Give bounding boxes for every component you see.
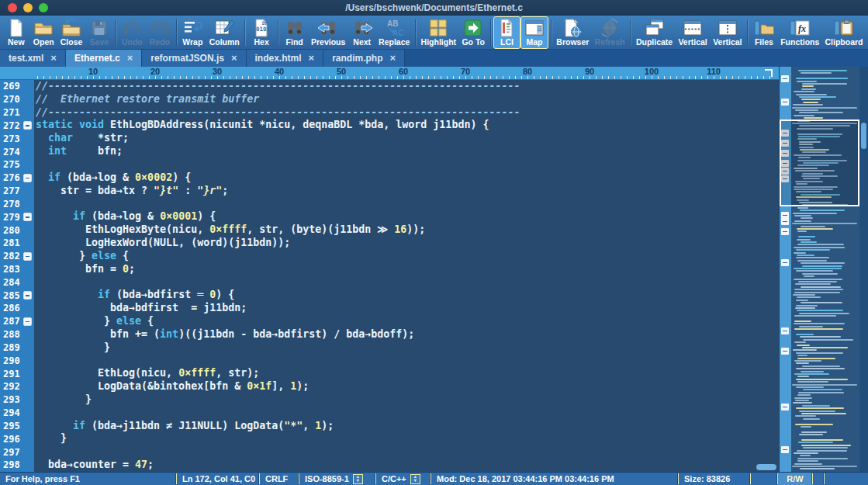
ruler-tick [484, 76, 485, 79]
fold-marker-icon[interactable] [23, 291, 32, 300]
undo-arrow-icon [121, 18, 143, 38]
minimap-line [802, 265, 842, 267]
toolbar-button-label: Wrap [182, 38, 202, 47]
toolbar-button-wrap[interactable]: Wrap [179, 16, 207, 49]
minimap-line [794, 91, 814, 92]
tab-close-icon[interactable]: × [231, 54, 237, 62]
toolbar-button-go-to[interactable]: Go To [459, 16, 488, 49]
code-line: 281 LogHexWord(NULL, (word)(j11bdn)); [0, 237, 779, 250]
toolbar-button-vertical[interactable]: Vertical [676, 16, 711, 49]
toolbar-button-files[interactable]: Files [750, 16, 778, 49]
vertical-scrollbar-thumb[interactable] [861, 123, 866, 149]
fold-marker-icon[interactable] [23, 252, 32, 261]
tab-ethernet.c[interactable]: Ethernet.c× [66, 50, 142, 67]
toolbar-button-label: Duplicate [636, 38, 673, 47]
fold-marker-icon[interactable] [23, 174, 32, 182]
code-editor[interactable]: 269//-----------------------------------… [0, 80, 779, 472]
tab-close-icon[interactable]: × [389, 54, 396, 62]
toolbar-button-label: New [8, 38, 25, 47]
minimap-line [803, 389, 842, 390]
toolbar-separator [551, 19, 552, 46]
minimap-line [801, 413, 847, 414]
tab-reformatjson.js[interactable]: reformatJSON.js× [142, 50, 246, 67]
ruler-tick [124, 76, 125, 79]
toolbar-button-find[interactable]: Find [281, 16, 309, 49]
toolbar-button-previous[interactable]: Previous [308, 16, 348, 49]
minimap-line [798, 70, 846, 71]
minimap-line [793, 104, 823, 106]
ruler-tick [652, 76, 652, 79]
ruler-tick [254, 76, 255, 79]
minimap[interactable] [780, 67, 868, 472]
ruler-tick [583, 76, 584, 79]
toolbar-button-label: Clipboard [825, 38, 863, 47]
toolbar-button-label: Refresh [595, 38, 625, 47]
tab-close-icon[interactable]: × [309, 54, 315, 62]
split-horizontal-icon [682, 18, 704, 38]
toolbar-button-new[interactable]: New [2, 16, 30, 49]
ruler-tick [81, 76, 81, 79]
toolbar-button-label: Redo [150, 38, 170, 47]
tab-label: Ethernet.c [74, 53, 120, 64]
main-area: 102030405060708090100110 269//----------… [0, 67, 868, 472]
code-line: 270// Ethernet restore transmit buffer [0, 93, 779, 106]
minimap-line [804, 117, 823, 119]
minimap-line [793, 294, 815, 296]
fold-marker-icon[interactable] [23, 121, 32, 130]
fold-marker-icon[interactable] [23, 213, 32, 221]
tab-close-icon[interactable]: × [127, 54, 133, 62]
tab-randim.php[interactable]: randim.php× [323, 50, 405, 67]
toolbar-button-map[interactable]: Map [520, 16, 548, 49]
close-window-icon[interactable] [8, 3, 17, 12]
ruler-tick [521, 76, 522, 79]
status-text: CRLF [265, 474, 288, 483]
toolbar-button-open[interactable]: Open [30, 16, 58, 49]
toolbar-button-clipboard[interactable]: Clipboard [822, 16, 866, 49]
ruler-tick [217, 76, 218, 79]
toolbar-button-functions[interactable]: fxFunctions [778, 16, 822, 49]
ruler-tick [323, 76, 323, 79]
stepper-control[interactable]: ▴▾ [353, 474, 363, 484]
toolbar-button-lci[interactable]: LCI [493, 16, 521, 49]
ruler-tick [608, 76, 609, 79]
minimap-line [799, 96, 836, 98]
toolbar-button-replace[interactable]: ABACReplace [375, 16, 413, 49]
minimap-line [796, 94, 828, 95]
ruler-tick [707, 76, 708, 79]
minimap-line [796, 379, 848, 380]
horizontal-scrollbar-thumb[interactable] [756, 464, 776, 470]
toolbar-button-duplicate[interactable]: Duplicate [633, 16, 675, 49]
ruler-number: 30 [213, 67, 222, 76]
code-line: 282 } else { [0, 250, 779, 263]
minimize-window-icon[interactable] [23, 3, 33, 12]
toolbar-button-vertical-2[interactable]: Vertical [710, 16, 745, 49]
vertical-scrollbar-track[interactable] [859, 67, 868, 472]
tab-test.xml[interactable]: test.xml× [0, 50, 66, 67]
minimap-fold-marker-icon [781, 218, 789, 225]
toolbar-button-browser[interactable]: Browser [554, 16, 592, 49]
toolbar-button-close[interactable]: Close [57, 16, 85, 49]
code-text: EthLog(nicu, 0×ffff, str); [34, 367, 259, 380]
tab-index.html[interactable]: index.html× [247, 50, 324, 67]
toolbar-button-column[interactable]: Column [206, 16, 242, 49]
fold-marker-icon[interactable] [23, 317, 32, 326]
zoom-window-icon[interactable] [39, 3, 48, 12]
toolbar-button-hex[interactable]: 0101101Hex [247, 16, 275, 49]
minimap-line [796, 386, 824, 388]
tab-close-icon[interactable]: × [50, 54, 57, 62]
code-text: } else { [34, 315, 154, 328]
stepper-control[interactable]: ▴▾ [410, 474, 420, 484]
status-cell [825, 473, 868, 485]
minimap-line [793, 402, 812, 404]
toolbar-button-highlight[interactable]: Highlight [418, 16, 459, 49]
tab-label: index.html [255, 53, 302, 64]
line-number: 273 [0, 132, 34, 145]
toolbar-button-next[interactable]: Next [348, 16, 376, 49]
minimap-viewport[interactable] [780, 120, 859, 206]
code-line: 293 } [0, 393, 779, 407]
code-text: bfn = 0; [34, 263, 135, 276]
code-text: int bfn; [34, 145, 123, 158]
toolbar-button-refresh: Refresh [592, 16, 628, 49]
minimap-line [796, 407, 844, 409]
minimap-line [797, 345, 810, 346]
